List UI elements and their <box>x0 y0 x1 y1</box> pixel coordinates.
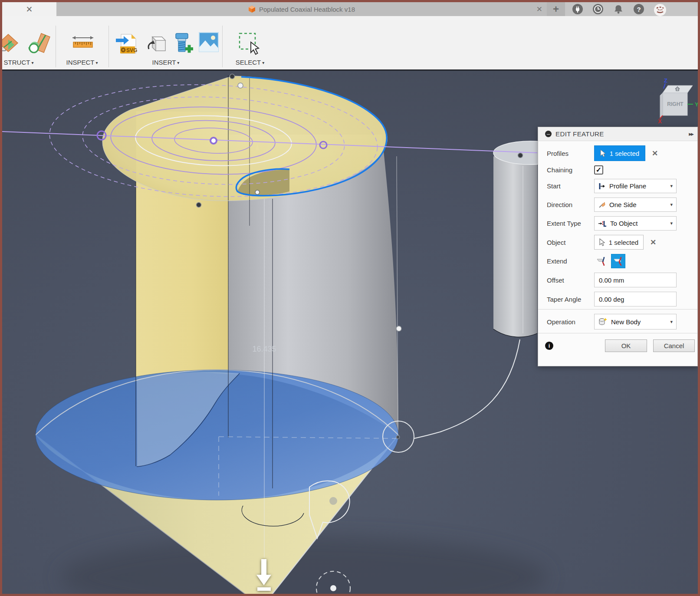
dialog-footer: i OK Cancel <box>538 338 697 352</box>
select-menu[interactable]: SELECT▾ <box>236 59 264 66</box>
operation-label: Operation <box>538 318 594 326</box>
extent-type-label: Extent Type <box>538 220 594 227</box>
measure-icon[interactable] <box>71 32 95 56</box>
notifications-icon[interactable] <box>613 3 624 15</box>
operation-dropdown[interactable]: New Body ▾ <box>594 314 677 329</box>
account-avatar[interactable] <box>654 3 665 15</box>
cursor-icon <box>599 238 605 246</box>
extend-faces-option[interactable] <box>594 254 608 268</box>
dialog-title: EDIT FEATURE <box>555 130 689 138</box>
insert-canvas-icon[interactable] <box>198 32 219 54</box>
dialog-divider <box>538 309 697 310</box>
axis-x-label: X <box>658 118 662 125</box>
dialog-divider <box>538 333 697 333</box>
object-label: Object <box>538 239 594 246</box>
to-object-icon <box>598 220 607 227</box>
toolbar-separator <box>108 26 109 67</box>
svg-text:SVG: SVG <box>126 47 137 53</box>
taper-angle-input[interactable]: 0.00 deg <box>594 292 677 306</box>
insert-fastener-icon[interactable] <box>172 32 195 58</box>
construct-menu[interactable]: STRUCT▾ <box>4 59 34 66</box>
start-dropdown[interactable]: Profile Plane ▾ <box>594 179 677 193</box>
select-window-icon[interactable] <box>238 32 263 59</box>
dialog-header[interactable]: – EDIT FEATURE ▶▶ <box>538 127 697 141</box>
one-side-icon <box>598 201 606 209</box>
extend-row: Extend <box>538 254 697 268</box>
direction-row: Direction One Side ▾ <box>538 198 697 212</box>
titlebar-icon-zone: ? <box>565 2 698 16</box>
chaining-row: Chaining ✓ <box>538 165 697 175</box>
chevron-down-icon: ▾ <box>670 202 673 207</box>
extensions-icon[interactable] <box>572 3 583 15</box>
edit-feature-dialog: – EDIT FEATURE ▶▶ Profiles 1 selected ✕ … <box>538 127 698 366</box>
start-label: Start <box>538 182 594 190</box>
help-icon[interactable]: ? <box>633 3 644 15</box>
axis-z-label: Z <box>664 77 667 84</box>
offset-row: Offset 0.00 mm <box>538 273 697 287</box>
object-row: Object 1 selected ✕ <box>538 235 697 250</box>
construct-axis-plane-icon[interactable] <box>26 32 52 58</box>
chevron-down-icon: ▾ <box>670 319 673 325</box>
construct-midplane-icon[interactable] <box>0 32 20 58</box>
application-window: ✕ Populated Coaxial Heatblock v18 ✕ + ? <box>0 0 700 596</box>
direction-dropdown[interactable]: One Side ▾ <box>594 198 677 212</box>
operation-row: Operation New Body ▾ <box>538 314 697 329</box>
viewcube-face-label[interactable]: RIGHT <box>667 101 684 107</box>
job-status-icon[interactable] <box>592 3 604 15</box>
profiles-row: Profiles 1 selected ✕ <box>538 145 697 161</box>
profiles-clear-icon[interactable]: ✕ <box>652 149 658 158</box>
extent-type-dropdown[interactable]: To Object ▾ <box>594 216 677 230</box>
insert-menu[interactable]: INSERT▾ <box>152 59 180 66</box>
direction-label: Direction <box>538 201 594 208</box>
inspect-menu[interactable]: INSPECT▾ <box>66 59 98 66</box>
profiles-select-button[interactable]: 1 selected <box>594 145 645 161</box>
taper-angle-label: Taper Angle <box>538 296 594 303</box>
toolbar-separator <box>222 26 223 67</box>
profile-plane-icon <box>598 182 606 190</box>
offset-label: Offset <box>538 277 594 284</box>
ribbon-toolbar: SVG STRUCT▾ INSPECT▾ INSERT▾ SELECT▾ <box>2 16 698 69</box>
start-row: Start Profile Plane ▾ <box>538 179 697 193</box>
object-clear-icon[interactable]: ✕ <box>650 238 656 247</box>
vertex-point[interactable] <box>396 435 400 439</box>
ok-button[interactable]: OK <box>605 339 647 352</box>
insert-svg-icon[interactable]: SVG <box>115 32 138 58</box>
collapse-panel-icon[interactable]: ▶▶ <box>689 132 693 136</box>
fusion-document-icon <box>248 6 256 13</box>
plus-icon: + <box>553 3 559 15</box>
title-bar: ✕ Populated Coaxial Heatblock v18 ✕ + ? <box>2 2 698 16</box>
new-body-icon <box>598 317 608 326</box>
object-select-button[interactable]: 1 selected <box>594 235 644 250</box>
dimension-label: 16.435 <box>252 345 276 353</box>
toolbar-separator <box>56 26 56 67</box>
feature-icon: – <box>545 131 552 137</box>
document-title: Populated Coaxial Heatblock v18 <box>259 6 355 13</box>
chevron-down-icon: ▾ <box>670 183 673 189</box>
chaining-label: Chaining <box>538 166 594 174</box>
svg-text:?: ? <box>637 6 641 13</box>
cursor-icon <box>600 149 606 157</box>
ghost-point <box>329 497 337 505</box>
taper-row: Taper Angle 0.00 deg <box>538 292 697 306</box>
offset-input[interactable]: 0.00 mm <box>594 273 677 287</box>
chevron-down-icon: ▾ <box>670 221 673 226</box>
axis-y-label: Y <box>695 101 698 108</box>
new-tab-button[interactable]: + <box>547 2 565 16</box>
extend-adjacent-option[interactable] <box>611 254 625 268</box>
document-tab[interactable]: Populated Coaxial Heatblock v18 ✕ <box>56 2 547 16</box>
extend-label: Extend <box>538 257 594 265</box>
home-tab[interactable]: ✕ <box>2 2 56 16</box>
chaining-checkbox[interactable]: ✓ <box>594 165 603 175</box>
cancel-button[interactable]: Cancel <box>653 339 695 352</box>
close-icon[interactable]: ✕ <box>26 4 33 14</box>
info-icon[interactable]: i <box>545 342 553 350</box>
viewport-top-divider <box>2 69 698 71</box>
extent-type-row: Extent Type To Object ▾ <box>538 216 697 230</box>
insert-mesh-icon[interactable] <box>145 32 167 57</box>
tab-close-icon[interactable]: ✕ <box>536 5 542 14</box>
profiles-label: Profiles <box>538 150 594 157</box>
